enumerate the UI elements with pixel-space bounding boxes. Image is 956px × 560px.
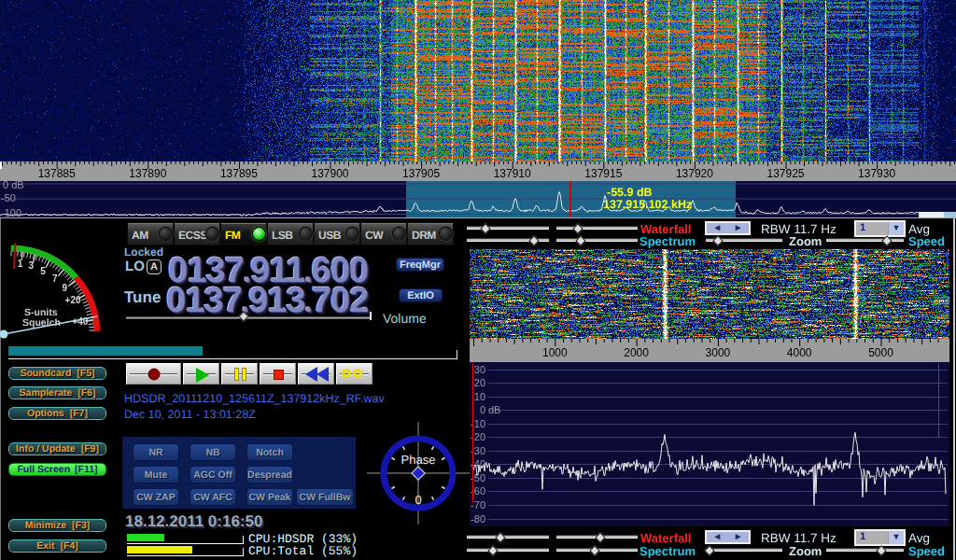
svg-text:Phase: Phase — [401, 453, 436, 467]
svg-text:0: 0 — [415, 493, 421, 507]
